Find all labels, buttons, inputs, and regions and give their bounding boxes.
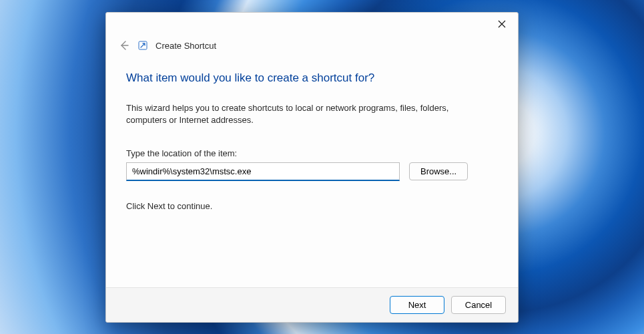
description-text: This wizard helps you to create shortcut… bbox=[126, 102, 487, 126]
location-row: Browse... bbox=[126, 162, 498, 181]
continue-text: Click Next to continue. bbox=[126, 201, 498, 211]
browse-button[interactable]: Browse... bbox=[409, 162, 468, 180]
titlebar bbox=[106, 13, 518, 35]
location-input[interactable] bbox=[126, 162, 400, 181]
dialog-footer: Next Cancel bbox=[106, 287, 518, 322]
location-label: Type the location of the item: bbox=[126, 148, 498, 158]
wizard-header: Create Shortcut bbox=[106, 35, 518, 55]
close-icon bbox=[498, 20, 506, 28]
wizard-content: What item would you like to create a sho… bbox=[106, 55, 518, 287]
cancel-button[interactable]: Cancel bbox=[451, 296, 506, 314]
page-heading: What item would you like to create a sho… bbox=[126, 71, 498, 85]
create-shortcut-dialog: Create Shortcut What item would you like… bbox=[105, 12, 519, 323]
back-button[interactable] bbox=[118, 39, 130, 51]
close-button[interactable] bbox=[487, 14, 517, 34]
wizard-title: Create Shortcut bbox=[155, 41, 216, 51]
back-arrow-icon bbox=[119, 40, 129, 51]
desktop-background: Create Shortcut What item would you like… bbox=[0, 0, 644, 334]
shortcut-icon bbox=[138, 41, 147, 50]
next-button[interactable]: Next bbox=[390, 296, 444, 314]
